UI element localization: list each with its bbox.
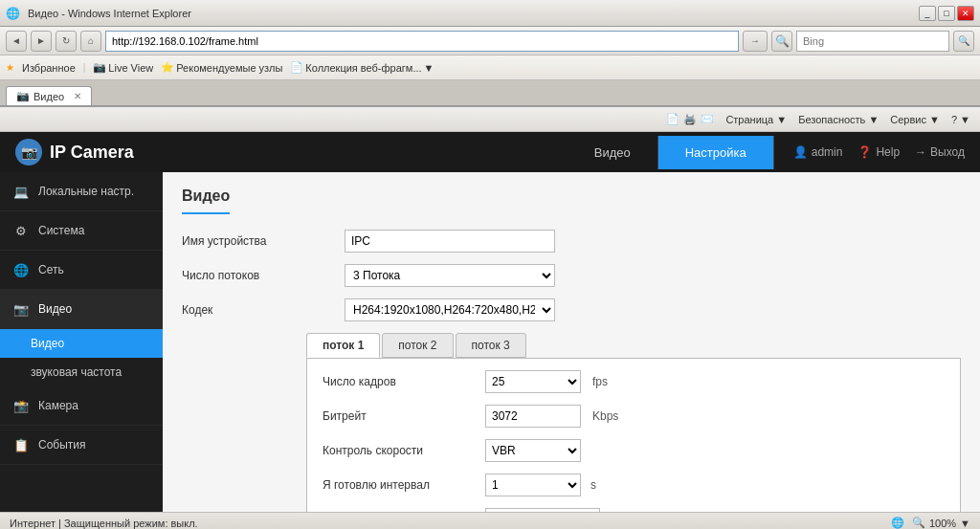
address-bar[interactable] (105, 31, 739, 52)
device-name-input[interactable] (345, 230, 555, 253)
sidebar-item-local[interactable]: 💻 Локальные настр. (0, 172, 163, 211)
favorites-label[interactable]: Избранное (22, 62, 76, 74)
sidebar-sub-video[interactable]: Видео (0, 329, 163, 358)
nav-settings[interactable]: Настройка (658, 136, 774, 169)
events-icon: 📋 (11, 435, 31, 454)
bitrate-row: Битрейт Kbps (323, 405, 945, 428)
zoom-control: 🔍 100% ▼ (912, 517, 970, 529)
page-toolbar: 📄🖨️✉️ Страница ▼ Безопасность ▼ Сервис ▼… (0, 107, 980, 132)
camera-logo-icon: 📷 (15, 139, 42, 165)
browser-title: Видео - Windows Internet Explorer (28, 8, 915, 19)
stream-count-select[interactable]: 3 Потока (345, 264, 555, 287)
sidebar-item-events[interactable]: 📋 События (0, 426, 163, 465)
stream-tab-2[interactable]: поток 2 (382, 333, 453, 358)
network-icon: 🌐 (11, 260, 31, 279)
gop-select[interactable]: 1 (485, 474, 581, 496)
stream-count-row: Число потоков 3 Потока (182, 264, 961, 287)
codec-select[interactable]: H264:1920x1080,H264:720x480,H264:352x28 (345, 298, 555, 321)
sidebar: 💻 Локальные настр. ⚙ Система 🌐 Сеть 📷 Ви… (0, 172, 163, 512)
maximize-button[interactable]: □ (938, 6, 955, 21)
minimize-button[interactable]: _ (919, 6, 936, 21)
logout-icon: → (915, 145, 926, 159)
page-menu[interactable]: Страница ▼ (722, 113, 791, 126)
zoom-value: 100% (929, 518, 956, 529)
forward-button[interactable]: ► (31, 31, 52, 52)
go-button[interactable]: → (743, 31, 768, 52)
profile-select[interactable]: Main Profile (485, 508, 600, 512)
tab-close-icon[interactable]: ✕ (74, 91, 81, 101)
stream-count-label: Число потоков (182, 269, 335, 282)
nav-video[interactable]: Видео (568, 136, 658, 169)
home-button[interactable]: ⌂ (80, 31, 101, 52)
fps-unit: fps (592, 375, 608, 388)
search-go-button[interactable]: 🔍 (953, 31, 974, 52)
status-text: Интернет | Защищенный режим: выкл. (10, 518, 198, 529)
close-button[interactable]: ✕ (957, 6, 974, 21)
sidebar-item-video[interactable]: 📷 Видео (0, 290, 163, 329)
device-name-row: Имя устройства (182, 230, 961, 253)
frame-rate-select[interactable]: 25 (485, 370, 581, 393)
browser-icon: 🌐 (6, 7, 20, 20)
monitor-icon: 💻 (11, 182, 31, 201)
video-icon: 📷 (11, 299, 31, 319)
status-right: 🌐 🔍 100% ▼ (891, 517, 970, 529)
favorites-bar: ★ Избранное | 📷 Live View ⭐ Рекомендуемы… (0, 55, 980, 80)
zoom-dropdown-icon[interactable]: ▼ (960, 518, 970, 529)
stream-tab-3[interactable]: поток 3 (456, 333, 526, 358)
dropdown-arrow-icon: ▼ (424, 62, 434, 74)
main-layout: 💻 Локальные настр. ⚙ Система 🌐 Сеть 📷 Ви… (0, 172, 980, 512)
refresh-button[interactable]: ↻ (56, 31, 77, 52)
fav-item-1[interactable]: ⭐ Рекомендуемые узлы (161, 61, 282, 74)
user-icon: 👤 (793, 145, 808, 159)
codec-label: Кодек (182, 303, 335, 317)
back-button[interactable]: ◄ (6, 31, 27, 52)
active-tab[interactable]: 📷 Видео ✕ (6, 86, 92, 105)
sidebar-item-network[interactable]: 🌐 Сеть (0, 251, 163, 290)
help-menu[interactable]: ? ▼ (947, 113, 974, 126)
frame-rate-label: Число кадров (323, 375, 476, 388)
sidebar-item-camera[interactable]: 📸 Камера (0, 386, 163, 426)
star-icon: ★ (6, 62, 14, 73)
app-header: 📷 IP Camera Видео Настройка 👤 admin ❓ He… (0, 132, 980, 172)
star-icon-2: ⭐ (161, 61, 174, 74)
app-logo: 📷 IP Camera (15, 139, 568, 165)
admin-button[interactable]: 👤 admin (793, 145, 843, 159)
fav-item-0[interactable]: 📷 Live View (93, 61, 153, 74)
content-title: Видео (182, 187, 230, 214)
sidebar-item-system[interactable]: ⚙ Система (0, 211, 163, 251)
browser-toolbar: ◄ ► ↻ ⌂ → 🔍 🔍 (0, 27, 980, 55)
bitrate-label: Битрейт (323, 409, 476, 423)
stream-tabs: поток 1 поток 2 поток 3 (306, 333, 961, 358)
tab-icon: 📷 (16, 90, 30, 102)
camera-icon-sidebar: 📸 (11, 396, 31, 415)
search-input[interactable] (796, 31, 949, 52)
sidebar-sub-audio[interactable]: звуковая частота (0, 358, 163, 386)
content-area: Видео Имя устройства Число потоков 3 Пот… (163, 172, 980, 512)
browser-title-bar: 🌐 Видео - Windows Internet Explorer _ □ … (0, 0, 980, 27)
gop-unit: s (590, 478, 596, 492)
browser-tab-bar: 📷 Видео ✕ (0, 80, 980, 107)
stream-tab-1[interactable]: поток 1 (306, 333, 380, 358)
bitrate-input[interactable] (485, 405, 581, 428)
gear-icon: ⚙ (11, 221, 31, 240)
device-name-label: Имя устройства (182, 234, 335, 248)
collection-icon: 📄 (290, 61, 303, 74)
stream-panel: Число кадров 25 fps Битрейт Kbps Контрол… (306, 358, 961, 512)
help-button[interactable]: ❓ Help (858, 145, 900, 159)
globe-icon: 🌐 (891, 517, 904, 529)
toolbar-icons[interactable]: 📄🖨️✉️ (662, 112, 718, 126)
gop-label: Я готовлю интервал (323, 478, 476, 492)
status-bar: Интернет | Защищенный режим: выкл. 🌐 🔍 1… (0, 512, 980, 529)
codec-row: Кодек H264:1920x1080,H264:720x480,H264:3… (182, 298, 961, 321)
bing-search-icon: 🔍 (771, 31, 792, 52)
service-menu[interactable]: Сервис ▼ (886, 113, 944, 126)
app-nav: Видео Настройка (568, 136, 774, 169)
frame-rate-row: Число кадров 25 fps (323, 370, 945, 393)
gop-row: Я готовлю интервал 1 s (323, 474, 945, 496)
help-icon: ❓ (858, 145, 872, 159)
rate-control-select[interactable]: VBR (485, 439, 581, 462)
security-menu[interactable]: Безопасность ▼ (794, 113, 882, 126)
logout-button[interactable]: → Выход (915, 145, 965, 159)
kbps-unit: Kbps (592, 409, 618, 423)
fav-item-2[interactable]: 📄 Коллекция веб-фрагм... ▼ (290, 61, 434, 74)
